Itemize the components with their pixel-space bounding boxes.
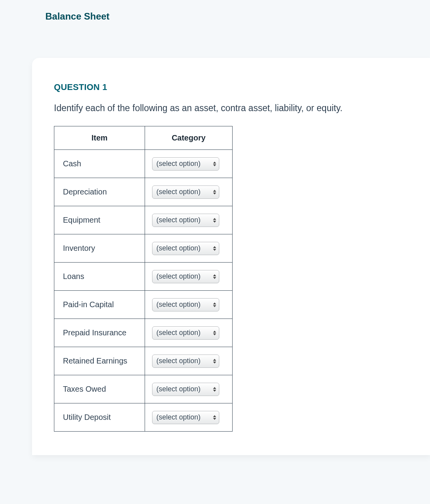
updown-icon xyxy=(213,162,217,166)
category-cell: (select option) xyxy=(145,403,233,432)
updown-icon xyxy=(213,218,217,223)
category-select-label: (select option) xyxy=(156,188,201,196)
updown-icon xyxy=(213,415,217,420)
category-cell: (select option) xyxy=(145,291,233,319)
item-cell: Inventory xyxy=(54,234,145,263)
category-select[interactable]: (select option) xyxy=(152,411,219,424)
category-select-label: (select option) xyxy=(156,413,201,421)
table-row: Prepaid Insurance(select option) xyxy=(54,319,233,347)
category-select-label: (select option) xyxy=(156,216,201,224)
item-cell: Loans xyxy=(54,263,145,291)
item-cell: Retained Earnings xyxy=(54,347,145,375)
category-select-label: (select option) xyxy=(156,329,201,337)
page-title: Balance Sheet xyxy=(45,11,430,22)
category-select[interactable]: (select option) xyxy=(152,242,219,255)
category-cell: (select option) xyxy=(145,234,233,263)
category-select-label: (select option) xyxy=(156,385,201,393)
category-select-label: (select option) xyxy=(156,272,201,281)
category-cell: (select option) xyxy=(145,150,233,178)
category-select-label: (select option) xyxy=(156,160,201,168)
table-row: Utility Deposit(select option) xyxy=(54,403,233,432)
item-cell: Taxes Owed xyxy=(54,375,145,403)
table-row: Depreciation(select option) xyxy=(54,178,233,206)
category-cell: (select option) xyxy=(145,178,233,206)
updown-icon xyxy=(213,359,217,364)
table-row: Equipment(select option) xyxy=(54,206,233,234)
category-select[interactable]: (select option) xyxy=(152,383,219,396)
category-select[interactable]: (select option) xyxy=(152,326,219,340)
column-header-item: Item xyxy=(54,126,145,150)
category-cell: (select option) xyxy=(145,347,233,375)
item-cell: Cash xyxy=(54,150,145,178)
table-row: Loans(select option) xyxy=(54,263,233,291)
category-select[interactable]: (select option) xyxy=(152,185,219,199)
category-cell: (select option) xyxy=(145,263,233,291)
item-cell: Prepaid Insurance xyxy=(54,319,145,347)
category-select[interactable]: (select option) xyxy=(152,214,219,227)
question-label: QUESTION 1 xyxy=(54,82,430,92)
updown-icon xyxy=(213,331,217,335)
item-cell: Paid-in Capital xyxy=(54,291,145,319)
category-select[interactable]: (select option) xyxy=(152,355,219,368)
table-row: Inventory(select option) xyxy=(54,234,233,263)
updown-icon xyxy=(213,302,217,307)
item-cell: Depreciation xyxy=(54,178,145,206)
table-row: Retained Earnings(select option) xyxy=(54,347,233,375)
category-select-label: (select option) xyxy=(156,357,201,365)
category-cell: (select option) xyxy=(145,206,233,234)
page-header: Balance Sheet xyxy=(0,0,430,22)
category-select[interactable]: (select option) xyxy=(152,270,219,283)
category-cell: (select option) xyxy=(145,375,233,403)
updown-icon xyxy=(213,246,217,251)
table-row: Cash(select option) xyxy=(54,150,233,178)
question-card: QUESTION 1 Identify each of the followin… xyxy=(32,58,430,455)
item-cell: Equipment xyxy=(54,206,145,234)
updown-icon xyxy=(213,274,217,279)
question-prompt: Identify each of the following as an ass… xyxy=(54,102,430,114)
category-select-label: (select option) xyxy=(156,301,201,309)
items-table: Item Category Cash(select option)Depreci… xyxy=(54,126,233,432)
column-header-category: Category xyxy=(145,126,233,150)
category-select[interactable]: (select option) xyxy=(152,157,219,171)
category-select-label: (select option) xyxy=(156,244,201,252)
table-row: Taxes Owed(select option) xyxy=(54,375,233,403)
item-cell: Utility Deposit xyxy=(54,403,145,432)
category-cell: (select option) xyxy=(145,319,233,347)
table-row: Paid-in Capital(select option) xyxy=(54,291,233,319)
category-select[interactable]: (select option) xyxy=(152,298,219,311)
updown-icon xyxy=(213,387,217,392)
updown-icon xyxy=(213,190,217,194)
